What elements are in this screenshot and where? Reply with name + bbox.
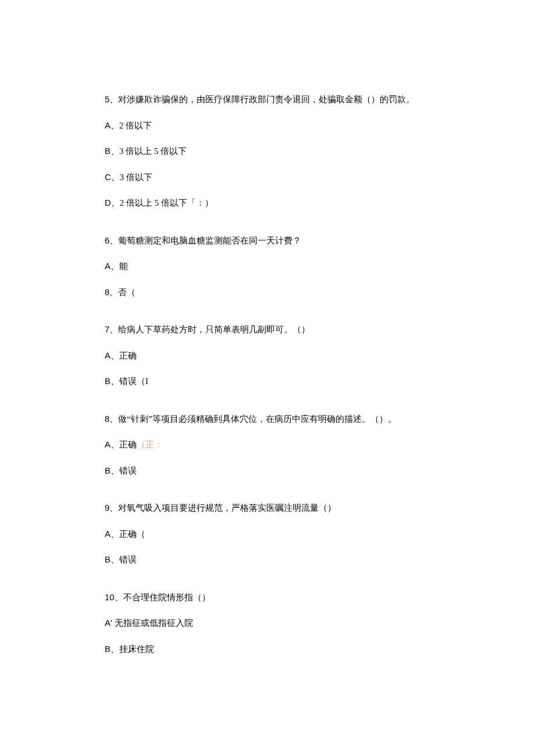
option-text: 、错误（I: [110, 377, 148, 386]
option-label: A: [105, 439, 110, 449]
question-block: 6、葡萄糖测定和电脑血糖监测能否在同一天计费？ A、能 8、否（: [105, 234, 430, 299]
option-label: A: [105, 261, 110, 271]
question-line: 6、葡萄糖测定和电脑血糖监测能否在同一天计费？: [105, 234, 430, 248]
option-line: A、能: [105, 260, 430, 273]
option-label: A': [105, 618, 112, 628]
question-block: 9、对氧气吸入项目要进行规范，严格落实医嘱注明流量（） A、正确（ B、错误: [105, 501, 430, 567]
question-line: 8、做“针刺”等项目必须精确到具体穴位，在病历中应有明确的描述。（）。: [105, 413, 430, 426]
option-label: B: [105, 465, 110, 475]
question-number: 10: [105, 592, 115, 602]
option-label: B: [105, 146, 110, 156]
question-text: 、给病人下草药处方时，只简单表明几副即可。（）: [109, 325, 310, 334]
question-block: 10、不合理住院情形指（） A' 无指征或低指征入院 B、挂床住院: [105, 591, 430, 656]
option-line: A、正确（正：: [105, 438, 430, 452]
option-line: B、错误: [105, 553, 430, 567]
option-text: 、2 倍以上 5 倍以下「：）: [111, 198, 213, 207]
option-label: B: [105, 644, 110, 654]
option-text: 、否（: [109, 288, 135, 297]
question-block: 5、对涉嫌欺诈骗保的，由医疗保障行政部门责令退回，处骗取金额（）的罚款。 A、2…: [105, 93, 430, 210]
question-block: 8、做“针刺”等项目必须精确到具体穴位，在病历中应有明确的描述。（）。 A、正确…: [105, 413, 430, 478]
option-label: A: [105, 529, 110, 539]
option-label: B: [105, 376, 110, 386]
option-text: 、能: [110, 261, 128, 271]
option-line: 8、否（: [105, 286, 430, 299]
option-line: A、正确（: [105, 528, 430, 541]
option-line: B、挂床住院: [105, 643, 430, 656]
question-text: 、对涉嫌欺诈骗保的，由医疗保障行政部门责令退回，处骗取金额（）的罚款。: [109, 95, 415, 104]
option-label: D: [105, 198, 111, 207]
question-text: 、对氧气吸入项目要进行规范，严格落实医嘱注明流量（）: [109, 503, 336, 513]
question-line: 10、不合理住院情形指（）: [105, 591, 430, 604]
option-text: 、3 倍以下: [111, 173, 152, 182]
option-text: 、3 倍以上 5 倍以下: [110, 146, 187, 156]
option-text: 、挂床住院: [110, 644, 154, 654]
answer-marker: （正：: [137, 440, 163, 449]
option-label: C: [105, 172, 111, 182]
question-text: 、不合理住院情形指（）: [115, 593, 211, 602]
option-line: D、2 倍以上 5 倍以下「：）: [105, 196, 430, 210]
question-block: 7、给病人下草药处方时，只简单表明几副即可。（） A、正确 B、错误（I: [105, 323, 430, 388]
document-page: 5、对涉嫌欺诈骗保的，由医疗保障行政部门责令退回，处骗取金额（）的罚款。 A、2…: [0, 0, 535, 756]
option-line: B、错误: [105, 464, 430, 478]
option-text: 、正确（: [110, 529, 145, 539]
option-line: B、3 倍以上 5 倍以下: [105, 145, 430, 158]
option-text: 、正确: [110, 351, 137, 360]
option-text: 、2 倍以下: [110, 121, 152, 130]
option-label: A: [105, 350, 110, 360]
option-text: 无指征或低指征入院: [112, 618, 193, 628]
option-label: A: [105, 120, 110, 130]
question-text: 、做“针刺”等项目必须精确到具体穴位，在病历中应有明确的描述。（）。: [109, 414, 396, 424]
option-line: A、正确: [105, 349, 430, 363]
question-line: 5、对涉嫌欺诈骗保的，由医疗保障行政部门责令退回，处骗取金额（）的罚款。: [105, 93, 430, 106]
option-line: A、2 倍以下: [105, 119, 430, 132]
option-text: 、错误: [110, 466, 137, 475]
option-label: B: [105, 554, 110, 564]
option-line: B、错误（I: [105, 375, 430, 388]
question-line: 7、给病人下草药处方时，只简单表明几副即可。（）: [105, 323, 430, 336]
option-line: C、3 倍以下: [105, 171, 430, 184]
option-line: A' 无指征或低指征入院: [105, 617, 430, 630]
option-text: 、正确: [110, 440, 137, 449]
option-text: 、错误: [110, 555, 137, 564]
question-line: 9、对氧气吸入项目要进行规范，严格落实医嘱注明流量（）: [105, 501, 430, 515]
question-text: 、葡萄糖测定和电脑血糖监测能否在同一天计费？: [109, 236, 301, 245]
